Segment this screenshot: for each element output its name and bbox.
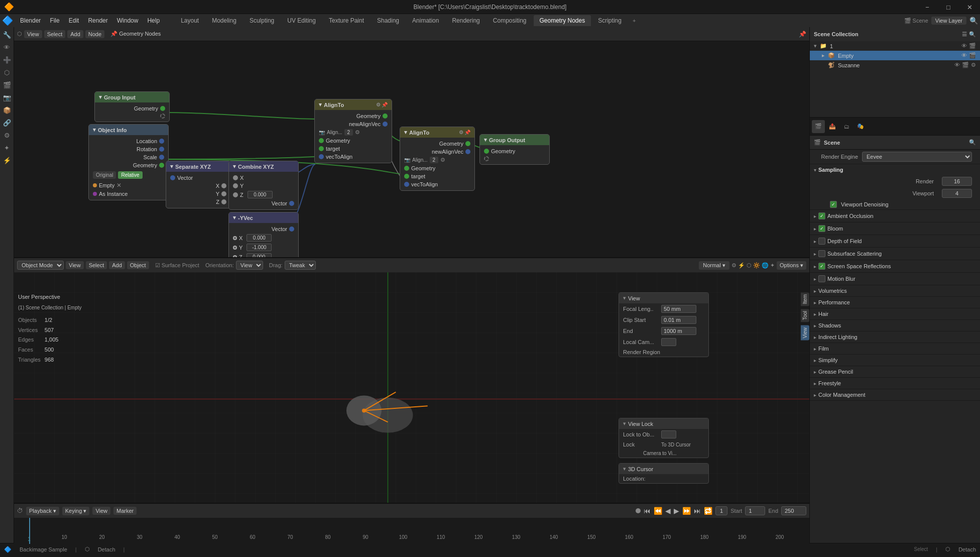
orientation-selector[interactable]: View	[236, 261, 263, 270]
step-back-button[interactable]: ⏪	[654, 507, 662, 515]
ao-checkbox[interactable]: ✓	[818, 212, 825, 219]
sidebar-icon-node[interactable]: ⬡	[2, 67, 13, 78]
sidebar-icon-add[interactable]: ➕	[2, 54, 13, 65]
minimize-button[interactable]: −	[917, 0, 938, 14]
node-add-menu[interactable]: Add	[67, 30, 83, 38]
node-alignto-2[interactable]: ▾ AlignTo ⚙ 📌 Geometry newAli	[400, 127, 475, 191]
section-gp-header[interactable]: ▸ Grease Pencil	[810, 366, 980, 377]
empty-close-button[interactable]: ✕	[116, 182, 121, 189]
surface-project-checkbox[interactable]: ☑ Surface Project	[155, 262, 199, 269]
maximize-button[interactable]: □	[938, 0, 959, 14]
sampling-header[interactable]: ▾ Sampling	[810, 164, 980, 175]
viewport-sampling-input[interactable]	[942, 189, 972, 198]
normal-button[interactable]: Normal ▾	[699, 261, 729, 270]
menu-render[interactable]: Render	[84, 16, 111, 25]
keying-menu[interactable]: Keying ▾	[62, 507, 90, 515]
render-icon[interactable]: 🎬	[969, 43, 976, 49]
suzanne-eye-icon[interactable]: 👁	[954, 62, 960, 68]
node-group-input[interactable]: ▾ Group Input Geometry	[94, 91, 170, 122]
section-ao-header[interactable]: ▸ ✓ Ambient Occlusion	[810, 210, 980, 222]
yvec-z-input[interactable]	[247, 253, 272, 257]
jump-end-button[interactable]: ⏭	[694, 507, 701, 515]
sidebar-icon-physics[interactable]: ⚡	[2, 155, 13, 166]
view-menu-timeline[interactable]: View	[92, 507, 110, 515]
viewport-view-menu[interactable]: View	[66, 261, 84, 269]
end-frame-input[interactable]	[781, 506, 806, 515]
viewport-select-menu[interactable]: Select	[86, 261, 107, 269]
sss-checkbox[interactable]	[818, 250, 825, 257]
mode-selector[interactable]: Object Mode	[17, 261, 64, 270]
node-group-output[interactable]: ▾ Group Output Geometry	[479, 134, 550, 165]
tab-geometry-nodes[interactable]: Geometry Nodes	[534, 15, 591, 26]
loop-button[interactable]: 🔁	[704, 507, 712, 515]
prop-tab-output[interactable]: 📤	[826, 120, 839, 133]
tab-rendering[interactable]: Rendering	[446, 15, 485, 26]
menu-blender[interactable]: Blender	[16, 16, 45, 25]
eye-icon[interactable]: 👁	[961, 43, 967, 49]
node-yvec[interactable]: ▾ -YVec Vector X	[228, 212, 299, 257]
sidebar-icon-constraints[interactable]: 🔗	[2, 117, 13, 128]
tab-shading[interactable]: Shading	[371, 15, 405, 26]
step-reverse-button[interactable]: ◀	[665, 507, 671, 515]
marker-menu[interactable]: Marker	[113, 507, 137, 515]
clip-start-input[interactable]	[661, 316, 696, 324]
suzanne-extra-icon[interactable]: ⚙	[971, 62, 976, 68]
sidebar-icon-object[interactable]: 📦	[2, 104, 13, 116]
node-select-menu[interactable]: Select	[44, 30, 66, 38]
add-workspace-button[interactable]: +	[629, 16, 640, 26]
menu-window[interactable]: Window	[113, 16, 143, 25]
section-cm-header[interactable]: ▸ Color Management	[810, 389, 980, 400]
sidebar-icon-particles[interactable]: ✦	[2, 142, 13, 153]
section-mb-header[interactable]: ▸ Motion Blur	[810, 273, 980, 285]
z-value-input[interactable]	[248, 191, 273, 198]
dof-checkbox[interactable]	[818, 238, 825, 245]
play-button[interactable]: ▶	[674, 507, 679, 515]
tool-tab[interactable]: Tool	[801, 309, 809, 322]
section-perf-header[interactable]: ▸ Performance	[810, 297, 980, 308]
tab-layout[interactable]: Layout	[175, 15, 205, 26]
node-node-menu[interactable]: Node	[85, 30, 104, 38]
scene-search-icon[interactable]: 🔍	[969, 31, 976, 38]
prop-tab-scene[interactable]: 🎭	[854, 120, 867, 133]
playback-menu[interactable]: Playback ▾	[26, 507, 59, 515]
collection-1[interactable]: ▾ 📁 1 👁 🎬	[810, 41, 980, 51]
menu-help[interactable]: Help	[143, 16, 164, 25]
tab-scripting[interactable]: Scripting	[592, 15, 628, 26]
tab-texture-paint[interactable]: Texture Paint	[323, 15, 370, 26]
tab-modeling[interactable]: Modeling	[206, 15, 242, 26]
collection-empty[interactable]: ▸ 📦 Empty 👁 🎬	[810, 51, 980, 60]
render-sampling-input[interactable]	[942, 177, 972, 186]
collection-suzanne[interactable]: 🐒 Suzanne 👁 🎬 ⚙	[810, 60, 980, 70]
section-hair-header[interactable]: ▸ Hair	[810, 308, 980, 319]
view-tab[interactable]: View	[801, 325, 809, 341]
yvec-x-input[interactable]	[247, 234, 272, 242]
local-cam-toggle[interactable]	[661, 338, 676, 346]
section-ssr-header[interactable]: ▸ ✓ Screen Space Reflections	[810, 260, 980, 272]
tab-compositing[interactable]: Compositing	[487, 15, 533, 26]
section-simplify-header[interactable]: ▸ Simplify	[810, 355, 980, 366]
node-canvas[interactable]: ▾ Group Input Geometry	[14, 41, 809, 257]
section-dof-header[interactable]: ▸ Depth of Field	[810, 235, 980, 247]
section-sss-header[interactable]: ▸ Subsurface Scattering	[810, 248, 980, 260]
timeline-ruler[interactable]: 1 10 20 30 40 50 60 70 80 90 100 110 120…	[14, 518, 809, 544]
ssr-checkbox[interactable]: ✓	[818, 263, 825, 270]
prop-tab-view-layer[interactable]: 🗂	[840, 120, 853, 133]
section-fs-header[interactable]: ▸ Freestyle	[810, 378, 980, 389]
search-icon[interactable]: 🔍	[969, 17, 978, 25]
section-film-header[interactable]: ▸ Film	[810, 343, 980, 354]
sidebar-icon-view[interactable]: 👁	[2, 42, 13, 53]
drag-selector[interactable]: Tweak	[285, 261, 316, 270]
denoising-checkbox[interactable]: ✓	[830, 201, 837, 208]
menu-file[interactable]: File	[46, 16, 63, 25]
lock-to-ob-toggle[interactable]	[661, 430, 676, 438]
section-bloom-header[interactable]: ▸ ✓ Bloom	[810, 222, 980, 235]
original-button[interactable]: Original	[93, 171, 116, 179]
options-button[interactable]: Options ▾	[777, 261, 806, 270]
clip-end-input[interactable]	[661, 327, 696, 335]
section-il-header[interactable]: ▸ Indirect Lighting	[810, 331, 980, 343]
jump-start-button[interactable]: ⏮	[644, 507, 651, 515]
empty-eye-icon[interactable]: 👁	[961, 52, 967, 59]
yvec-y-input[interactable]	[247, 244, 272, 251]
sidebar-icon-modifier[interactable]: ⚙	[2, 130, 13, 141]
node-combine-xyz[interactable]: ▾ Combine XYZ X Y	[228, 161, 299, 210]
